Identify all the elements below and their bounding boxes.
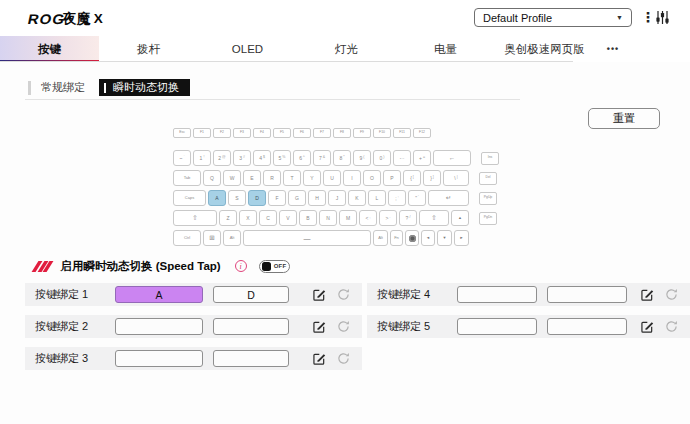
- kebab-menu-icon[interactable]: ⋮: [641, 9, 651, 25]
- profile-select[interactable]: Default Profile ▼: [474, 8, 632, 27]
- key-shift-right[interactable]: ⇧: [419, 210, 449, 226]
- key-8[interactable]: 8*: [333, 150, 351, 166]
- key-u[interactable]: U: [323, 170, 341, 186]
- key-d[interactable]: D: [248, 190, 266, 206]
- key-bracket-left[interactable]: {[: [403, 170, 421, 186]
- key-n[interactable]: N: [319, 210, 337, 226]
- key-win[interactable]: ⊞: [203, 230, 221, 246]
- key-2[interactable]: 2@: [213, 150, 231, 166]
- key-period[interactable]: >.: [379, 210, 397, 226]
- key-e[interactable]: E: [243, 170, 261, 186]
- key-l[interactable]: L: [368, 190, 386, 206]
- key-up-arrow[interactable]: ▲: [451, 210, 469, 226]
- reset-binding-icon[interactable]: [337, 352, 350, 365]
- tab-armoury-web[interactable]: 奥创极速网页版: [495, 36, 594, 62]
- binding-slot-1[interactable]: A: [115, 286, 203, 303]
- key-f1[interactable]: F1: [193, 128, 211, 138]
- key-bracket-right[interactable]: }]: [423, 170, 441, 186]
- key-del[interactable]: Del: [479, 172, 497, 185]
- key-x[interactable]: X: [239, 210, 257, 226]
- edit-binding-icon[interactable]: [641, 288, 654, 301]
- key-f11[interactable]: F11: [393, 128, 411, 138]
- key-r[interactable]: R: [263, 170, 281, 186]
- key-semicolon[interactable]: ;:: [388, 190, 406, 206]
- binding-slot-1[interactable]: [457, 286, 537, 303]
- reset-binding-icon[interactable]: [337, 320, 350, 333]
- key-equal[interactable]: +=: [413, 150, 431, 166]
- key-i[interactable]: I: [343, 170, 361, 186]
- reset-binding-icon[interactable]: [665, 288, 678, 301]
- key-esc[interactable]: Esc: [173, 128, 191, 138]
- key-f7[interactable]: F7: [313, 128, 331, 138]
- key-tab[interactable]: Tab: [173, 170, 201, 186]
- key-a[interactable]: A: [208, 190, 226, 206]
- key-v[interactable]: V: [279, 210, 297, 226]
- key-f3[interactable]: F3: [233, 128, 251, 138]
- binding-slot-2[interactable]: [213, 350, 289, 367]
- key-ins[interactable]: Ins: [481, 152, 499, 165]
- key-minus[interactable]: -_: [393, 150, 411, 166]
- tab-keys[interactable]: 按键: [0, 36, 99, 62]
- subtab-normal-binding[interactable]: 常规绑定: [28, 79, 85, 96]
- key-fn[interactable]: Fn: [390, 230, 403, 246]
- key-right-arrow[interactable]: ►: [454, 230, 469, 246]
- binding-slot-2[interactable]: [547, 286, 627, 303]
- key-b[interactable]: B: [299, 210, 317, 226]
- sliders-icon[interactable]: [655, 10, 670, 29]
- edit-binding-icon[interactable]: [313, 352, 326, 365]
- tab-lighting[interactable]: 灯光: [297, 36, 396, 62]
- binding-slot-2[interactable]: D: [213, 286, 289, 303]
- key-5[interactable]: 5%: [273, 150, 291, 166]
- key-k[interactable]: K: [348, 190, 366, 206]
- edit-binding-icon[interactable]: [641, 320, 654, 333]
- binding-slot-1[interactable]: [457, 318, 537, 335]
- key-comma[interactable]: <,: [359, 210, 377, 226]
- key-quote[interactable]: "': [408, 190, 426, 206]
- key-f12[interactable]: F12: [413, 128, 431, 138]
- key-c[interactable]: C: [259, 210, 277, 226]
- tab-oled[interactable]: OLED: [198, 36, 297, 62]
- key-caps[interactable]: Caps: [173, 190, 206, 206]
- reset-button[interactable]: 重置: [588, 108, 660, 129]
- key-f5[interactable]: F5: [273, 128, 291, 138]
- key-f10[interactable]: F10: [373, 128, 391, 138]
- key-ctrl[interactable]: Ctrl: [173, 230, 201, 246]
- key-1[interactable]: 1!: [193, 150, 211, 166]
- key-enter[interactable]: ↵: [428, 190, 469, 206]
- tab-lever[interactable]: 拨杆: [99, 36, 198, 62]
- edit-binding-icon[interactable]: [313, 288, 326, 301]
- tab-more[interactable]: •••: [594, 36, 632, 62]
- binding-slot-2[interactable]: [213, 318, 289, 335]
- subtab-speed-tap[interactable]: 瞬时动态切换: [99, 79, 190, 96]
- key-down-arrow[interactable]: ▼: [437, 230, 452, 246]
- key-z[interactable]: Z: [219, 210, 237, 226]
- speed-tap-toggle[interactable]: OFF: [259, 260, 290, 273]
- key-slash[interactable]: ?/: [399, 210, 417, 226]
- key-t[interactable]: T: [283, 170, 301, 186]
- key-6[interactable]: 6^: [293, 150, 311, 166]
- key-backslash[interactable]: \|: [443, 170, 469, 186]
- tab-battery[interactable]: 电量: [396, 36, 495, 62]
- key-9[interactable]: 9(: [353, 150, 371, 166]
- key-space[interactable]: —: [243, 230, 371, 246]
- key-q[interactable]: Q: [203, 170, 221, 186]
- key-pgup[interactable]: PgUp: [479, 192, 497, 205]
- key-f2[interactable]: F2: [213, 128, 231, 138]
- binding-slot-1[interactable]: [115, 350, 203, 367]
- key-p[interactable]: P: [383, 170, 401, 186]
- key-4[interactable]: 4$: [253, 150, 271, 166]
- key-backspace[interactable]: ←: [433, 150, 471, 166]
- binding-slot-1[interactable]: [115, 318, 203, 335]
- key-s[interactable]: S: [228, 190, 246, 206]
- key-alt-right[interactable]: Alt: [373, 230, 388, 246]
- key-f9[interactable]: F9: [353, 128, 371, 138]
- key-0[interactable]: 0): [373, 150, 391, 166]
- key-y[interactable]: Y: [303, 170, 321, 186]
- edit-binding-icon[interactable]: [313, 320, 326, 333]
- key-h[interactable]: H: [308, 190, 326, 206]
- key-f4[interactable]: F4: [253, 128, 271, 138]
- key-j[interactable]: J: [328, 190, 346, 206]
- key-f[interactable]: F: [268, 190, 286, 206]
- info-icon[interactable]: i: [235, 260, 247, 272]
- key-f8[interactable]: F8: [333, 128, 351, 138]
